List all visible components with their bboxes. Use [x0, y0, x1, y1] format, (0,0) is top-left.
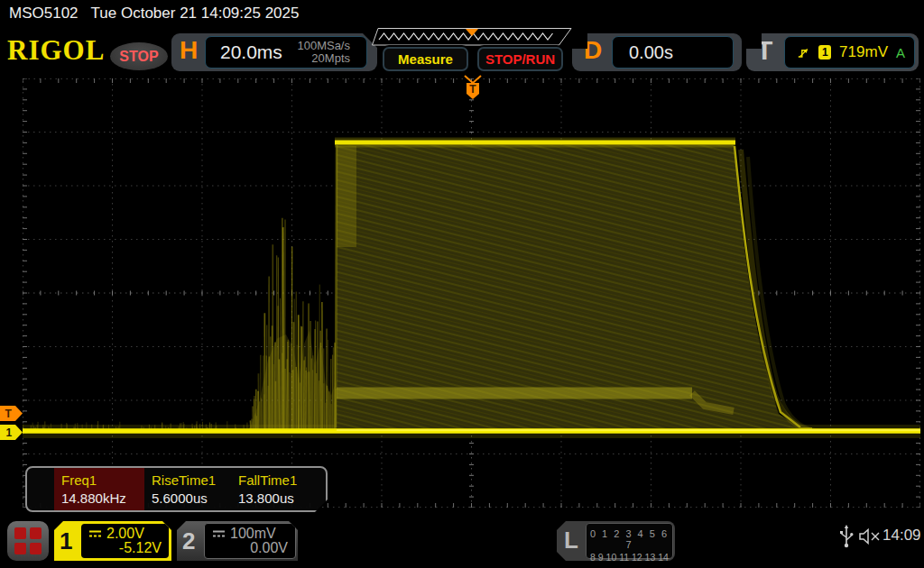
clock: 14:09 — [882, 527, 921, 545]
logic-channels-box: 0 1 2 3 4 5 6 7 8 9 10 11 12 13 14 15 — [586, 523, 673, 559]
trigger-position-marker[interactable]: T — [463, 75, 483, 101]
edge-trigger-icon — [798, 46, 810, 60]
trigger-box[interactable]: 1 719mV A — [784, 36, 915, 69]
rigol-logo: RIGOL — [7, 34, 105, 67]
trigger-level-marker[interactable]: T — [0, 406, 23, 421]
delay-value: 0.00s — [629, 42, 673, 63]
dc-coupling-icon — [212, 529, 226, 538]
trigger-source-badge: 1 — [818, 45, 831, 60]
usb-icon — [839, 525, 854, 548]
bottom-bar: 1 2.00V -5.12V 2 — [0, 516, 924, 568]
trigger-sweep-mode: A — [896, 45, 905, 60]
timebase-box[interactable]: 20.0ms 100MSa/s 20Mpts — [205, 36, 367, 69]
measurement-value: 5.6000us — [152, 490, 208, 506]
logic-key: L — [564, 527, 578, 554]
panel-chamfer — [745, 32, 762, 49]
sample-rate: 100MSa/s — [297, 39, 350, 52]
timebase-value: 20.0ms — [220, 41, 282, 63]
ch1-trace — [23, 142, 920, 438]
measurement-label: FallTime1 — [238, 472, 297, 488]
channel2-offset: 0.00V — [250, 540, 288, 556]
oscilloscope-screen: MSO5102Tue October 21 14:09:25 2025 RIGO… — [0, 0, 924, 568]
display-layout-button[interactable] — [7, 521, 49, 561]
channel1-number: 1 — [60, 527, 72, 555]
channel2-tab[interactable]: 2 100mV 0.00V — [177, 521, 298, 561]
logic-channels-row1: 0 1 2 3 4 5 6 7 — [587, 528, 672, 550]
horizontal-panel[interactable]: H 20.0ms 100MSa/s 20Mpts — [171, 33, 377, 71]
delay-panel[interactable]: D 0.00s — [572, 33, 742, 71]
measurement-label: Freq1 — [61, 472, 97, 488]
measurement-panel[interactable]: Freq1 14.880kHz RiseTime1 5.6000us FallT… — [25, 466, 328, 512]
stop-run-button[interactable]: STOP/RUN — [477, 47, 563, 71]
logic-channels-row2: 8 9 10 11 12 13 14 15 — [587, 552, 672, 568]
waveform-display — [23, 78, 920, 508]
dc-coupling-icon — [88, 529, 102, 538]
channel1-marker-label: 1 — [6, 426, 13, 439]
measure-button[interactable]: Measure — [383, 47, 468, 71]
measurement-value: 13.800us — [238, 490, 294, 506]
channel1-value-box: 2.00V -5.12V — [81, 524, 169, 558]
delay-box[interactable]: 0.00s — [612, 36, 734, 69]
measurement-falltime1[interactable]: FallTime1 13.800us — [231, 468, 321, 510]
grid-icon — [14, 527, 42, 554]
acquisition-info: 100MSa/s 20Mpts — [297, 40, 350, 65]
measurement-value: 14.880kHz — [61, 490, 126, 506]
channel2-number: 2 — [182, 527, 195, 555]
channel1-tab[interactable]: 1 2.00V -5.12V — [54, 521, 171, 561]
waveform-preview-strip[interactable] — [372, 28, 572, 46]
measurement-risetime1[interactable]: RiseTime1 5.6000us — [144, 468, 231, 510]
panel-chamfer — [571, 32, 587, 49]
measurement-label: RiseTime1 — [152, 472, 216, 488]
titlebar: MSO5102Tue October 21 14:09:25 2025 — [9, 5, 299, 23]
trigger-level-value: 719mV — [839, 43, 888, 61]
trigger-level-label: T — [5, 408, 13, 420]
trigger-position-label: T — [469, 83, 476, 96]
speaker-muted-icon[interactable] — [859, 528, 882, 545]
datetime: Tue October 21 14:09:25 2025 — [91, 5, 300, 22]
horizontal-key: H — [180, 36, 198, 65]
model-name: MSO5102 — [9, 5, 79, 22]
channel2-value-box: 100mV 0.00V — [204, 523, 296, 559]
memory-depth: 20Mpts — [311, 51, 350, 65]
logic-analyzer-tab[interactable]: L 0 1 2 3 4 5 6 7 8 9 10 11 12 13 14 15 — [557, 521, 675, 561]
trigger-panel[interactable]: T 1 719mV A — [746, 33, 919, 71]
measurement-freq1[interactable]: Freq1 14.880kHz — [54, 468, 144, 510]
channel1-offset: -5.12V — [119, 540, 162, 556]
channel1-position-marker[interactable]: 1 — [0, 425, 23, 440]
run-status-badge: STOP — [110, 42, 168, 70]
